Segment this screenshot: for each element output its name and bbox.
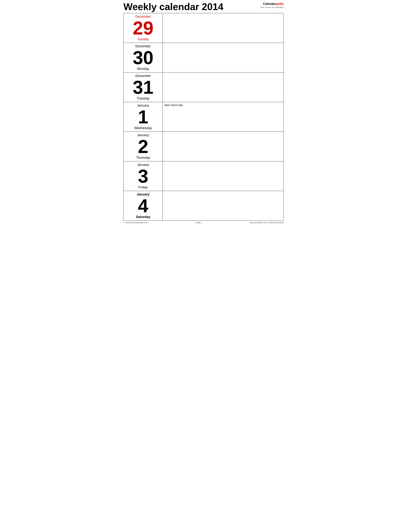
page-header: Weekly calendar 2014 Calendarpedia Your …: [124, 2, 283, 12]
logo-pedia-text: pedia: [276, 2, 283, 5]
logo-calendar-text: Calendar: [263, 2, 276, 5]
day-label-dec-30: December 30 Monday: [124, 43, 163, 72]
calendar-grid: December 29 Sunday December 30 Monday De…: [124, 13, 283, 221]
day-number-jan-3: 3: [138, 167, 149, 185]
day-label-dec-31: December 31 Tuesday: [124, 73, 163, 102]
day-content-jan-4[interactable]: [163, 191, 283, 220]
day-weekday-jan-2: Thursday: [136, 156, 150, 160]
page-footer: © www.calendarpedia.com Page 1 Data prov…: [124, 221, 283, 224]
day-weekday-dec-30: Monday: [137, 67, 149, 71]
calendar-row-dec-29: December 29 Sunday: [124, 13, 283, 43]
day-label-jan-1: January 1 Wednesday: [124, 102, 163, 132]
day-weekday-dec-29: Sunday: [137, 37, 149, 41]
day-number-dec-30: 30: [133, 48, 153, 67]
calendar-row-dec-31: December 31 Tuesday: [124, 73, 283, 102]
day-content-dec-31[interactable]: [163, 73, 283, 102]
day-weekday-dec-31: Tuesday: [137, 97, 149, 100]
footer-page: Page 1: [196, 221, 202, 224]
day-content-dec-29[interactable]: [163, 13, 283, 43]
day-number-jan-2: 2: [138, 137, 149, 156]
calendar-row-jan-1: January 1 Wednesday New Year's Day: [124, 102, 283, 132]
logo-tagline: Your source for calendars: [260, 6, 283, 9]
page-title: Weekly calendar 2014: [124, 2, 223, 12]
day-label-dec-29: December 29 Sunday: [124, 13, 163, 43]
day-number-jan-4: 4: [138, 196, 149, 215]
day-number-dec-29: 29: [133, 19, 153, 37]
footer-disclaimer: Data provided 'as is' without warranty: [250, 221, 283, 224]
logo-brand: Calendarpedia: [260, 2, 283, 6]
calendar-row-jan-3: January 3 Friday: [124, 161, 283, 191]
day-number-jan-1: 1: [138, 107, 149, 126]
day-label-jan-2: January 2 Thursday: [124, 132, 163, 161]
calendar-row-jan-2: January 2 Thursday: [124, 132, 283, 161]
day-content-jan-2[interactable]: [163, 132, 283, 161]
day-content-jan-3[interactable]: [163, 161, 283, 191]
day-content-dec-30[interactable]: [163, 43, 283, 72]
logo-area: Calendarpedia Your source for calendars: [260, 2, 283, 9]
day-content-jan-1[interactable]: New Year's Day: [163, 102, 283, 132]
day-weekday-jan-3: Friday: [138, 185, 148, 189]
calendar-row-dec-30: December 30 Monday: [124, 43, 283, 73]
day-weekday-jan-4: Saturday: [136, 215, 150, 219]
day-number-dec-31: 31: [133, 78, 153, 97]
footer-website: © www.calendarpedia.com: [124, 221, 148, 224]
day-weekday-jan-1: Wednesday: [134, 126, 152, 130]
calendar-row-jan-4: January 4 Saturday: [124, 191, 283, 220]
day-label-jan-4: January 4 Saturday: [124, 191, 163, 220]
day-label-jan-3: January 3 Friday: [124, 161, 163, 191]
